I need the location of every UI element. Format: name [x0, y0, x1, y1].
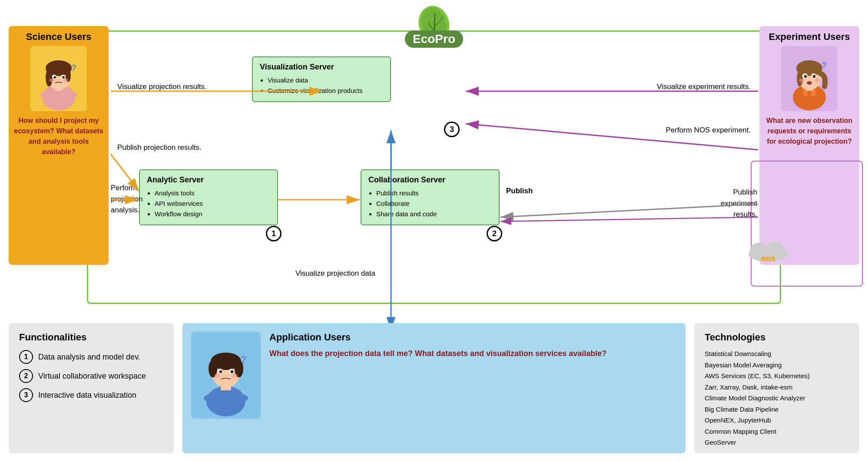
- aws-label: aws: [761, 254, 775, 263]
- tech-item: Zarr, Xarray, Dask, intake-esm: [705, 382, 849, 393]
- func-item-1: 1 Data analysis and model dev.: [19, 350, 163, 364]
- svg-point-62: [214, 373, 220, 378]
- circle-2-collab: 2: [487, 226, 502, 241]
- ecopro-title: EcoPro: [405, 30, 463, 48]
- collaboration-server-title: Collaboration Server: [368, 175, 492, 185]
- main-container: EcoPro Science Users: [0, 0, 868, 462]
- tech-item: Statistical Downscaling: [705, 348, 849, 360]
- functionalities-title: Functionalities: [19, 332, 163, 343]
- experiment-user-avatar: ?: [781, 46, 838, 111]
- svg-point-22: [797, 71, 803, 86]
- top-green-box: [87, 30, 781, 304]
- app-users-box: ? Application Users What does the projec…: [182, 323, 686, 453]
- analytic-feature-3: Workflow design: [155, 209, 270, 219]
- experiment-users-title: Experiment Users: [769, 31, 850, 43]
- technologies-title: Technologies: [705, 332, 849, 343]
- svg-text:?: ?: [822, 60, 827, 70]
- app-user-avatar: ?: [191, 332, 261, 419]
- svg-point-51: [206, 386, 245, 416]
- collaboration-server-box: Collaboration Server Publish results Col…: [361, 169, 500, 225]
- svg-point-59: [219, 370, 222, 373]
- functionalities-box: Functionalities 1 Data analysis and mode…: [9, 323, 174, 453]
- svg-point-15: [63, 79, 68, 82]
- visualization-server-box: Visualization Server Visualize data Cust…: [252, 56, 391, 102]
- svg-point-29: [799, 79, 804, 82]
- experiment-question: What are new observation requests or req…: [765, 116, 854, 147]
- science-user-avatar: ?: [30, 46, 87, 111]
- func-num-2: 2: [19, 369, 33, 383]
- visualization-server-title: Visualization Server: [260, 63, 383, 72]
- svg-point-14: [49, 79, 54, 82]
- svg-text:?: ?: [240, 354, 247, 366]
- collab-feature-1: Publish results: [376, 188, 492, 198]
- viz-feature-1: Visualize data: [268, 75, 383, 86]
- flow-visualize-projection-data: Visualize projection data: [295, 269, 375, 278]
- aws-cloud-container: aws: [746, 237, 790, 263]
- science-users-title: Science Users: [26, 31, 91, 43]
- flow-publish-projection: Publish projection results.: [117, 143, 202, 152]
- collab-feature-3: Share data and code: [376, 209, 492, 219]
- svg-point-60: [231, 370, 234, 373]
- analytic-server-title: Analytic Server: [147, 175, 270, 185]
- analytic-feature-2: API webservices: [155, 198, 270, 209]
- analytic-server-box: Analytic Server Analysis tools API webse…: [139, 169, 278, 225]
- collab-feature-2: Collaborate: [376, 198, 492, 209]
- func-text-3: Interactive data visualization: [38, 391, 136, 400]
- func-num-1: 1: [19, 350, 33, 364]
- tech-item: GeoServer: [705, 437, 849, 448]
- svg-point-63: [232, 373, 238, 378]
- experiment-area-border: [751, 161, 863, 287]
- flow-perform-nos: Perform NOS experiment.: [666, 126, 751, 135]
- svg-point-26: [813, 75, 816, 78]
- flow-perform-projection: Performprojectionanalysis.: [111, 182, 143, 216]
- analytic-server-list: Analysis tools API webservices Workflow …: [147, 188, 270, 219]
- app-users-content: Application Users What does the projecti…: [269, 332, 606, 445]
- svg-text:?: ?: [71, 63, 76, 73]
- ecopro-logo: EcoPro: [405, 4, 463, 48]
- science-users-box: Science Users: [9, 26, 109, 265]
- svg-point-11: [53, 76, 56, 79]
- func-text-1: Data analysis and model dev.: [38, 353, 140, 362]
- svg-point-7: [46, 69, 53, 86]
- science-question: How should I project my ecosystem? What …: [14, 116, 103, 157]
- app-question: What does the projection data tell me? W…: [269, 347, 606, 360]
- bottom-section: Functionalities 1 Data analysis and mode…: [9, 323, 859, 453]
- circle-1-analytic: 1: [266, 226, 282, 241]
- flow-publish-experiment: Publishexperimentresults.: [721, 187, 757, 220]
- flow-visualize-projection: Visualize projection results.: [117, 82, 207, 91]
- tech-item: Bayesian Model Averaging: [705, 360, 849, 371]
- viz-feature-2: Customize visualization products: [268, 86, 383, 96]
- visualization-server-list: Visualize data Customize visualization p…: [260, 75, 383, 96]
- tech-item: Common Mapping Client: [705, 426, 849, 437]
- app-users-title: Application Users: [269, 332, 606, 343]
- tech-item: OpenNEX, JupyterHub: [705, 415, 849, 426]
- svg-point-12: [62, 76, 65, 79]
- func-item-3: 3 Interactive data visualization: [19, 388, 163, 402]
- func-num-3: 3: [19, 388, 33, 402]
- analytic-feature-1: Analysis tools: [155, 188, 270, 198]
- svg-point-30: [815, 79, 820, 82]
- svg-point-27: [807, 81, 812, 85]
- tech-item: Climate Model Diagnostic Analyzer: [705, 393, 849, 404]
- tech-item: AWS Services (EC, S3, Kubernetes): [705, 370, 849, 382]
- tech-item: Big Climate Data Pipeline: [705, 404, 849, 415]
- collaboration-server-list: Publish results Collaborate Share data a…: [368, 188, 492, 219]
- svg-point-25: [804, 75, 807, 78]
- technologies-box: Technologies Statistical DownscalingBaye…: [694, 323, 859, 453]
- tech-list: Statistical DownscalingBayesian Model Av…: [705, 348, 849, 448]
- func-item-2: 2 Virtual collaborative workspace: [19, 369, 163, 383]
- func-text-2: Virtual collaborative workspace: [38, 372, 146, 381]
- circle-3-viz: 3: [444, 122, 460, 137]
- flow-publish: Publish: [506, 187, 533, 195]
- flow-visualize-experiment: Visualize experiment results.: [657, 82, 751, 91]
